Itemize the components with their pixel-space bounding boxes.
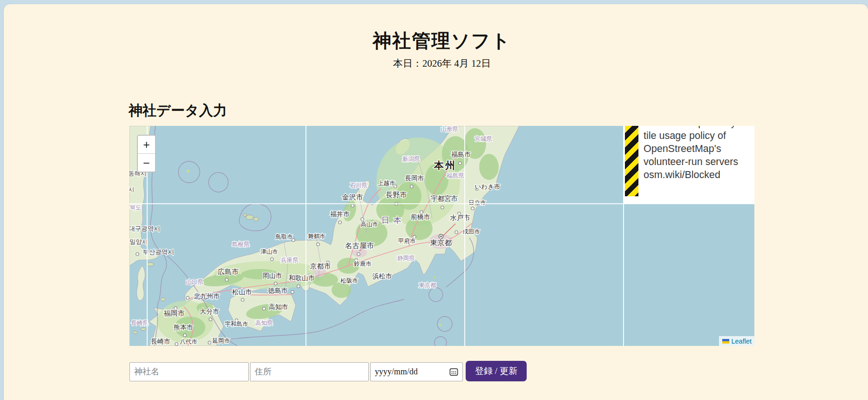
svg-text:本州: 本州: [434, 160, 456, 171]
svg-text:宇和島市: 宇和島市: [225, 321, 248, 327]
map-zoom-control: + −: [137, 135, 156, 172]
svg-text:시: 시: [129, 186, 135, 193]
blocked-line: OpenStreetMap's: [644, 142, 754, 155]
svg-text:徳島市: 徳島市: [268, 287, 288, 294]
svg-text:島根県: 島根県: [232, 241, 250, 248]
svg-text:鈴鹿市: 鈴鹿市: [353, 261, 372, 267]
svg-text:津山市: 津山市: [260, 248, 278, 255]
calendar-icon[interactable]: [449, 367, 459, 377]
leaflet-map[interactable]: 福島市長岡市上越市金沢市長野市宇都宮市いわき市日立市福井市高山市前橋市水戸市成田…: [129, 126, 754, 346]
page-title: 神社管理ソフト: [129, 28, 754, 54]
svg-text:밀양시: 밀양시: [130, 238, 148, 245]
svg-text:いわき市: いわき市: [475, 183, 501, 190]
date-input[interactable]: yyyy/mm/dd: [370, 362, 463, 381]
register-update-button[interactable]: 登録 / 更新: [466, 361, 527, 381]
svg-text:広島市: 広島市: [218, 268, 239, 276]
svg-text:日立市: 日立市: [468, 200, 486, 206]
hazard-stripe-icon: [625, 126, 638, 196]
leaflet-attribution-link[interactable]: Leaflet: [731, 338, 752, 345]
svg-text:福岡市: 福岡市: [164, 309, 185, 317]
svg-text:高山市: 高山市: [360, 221, 378, 228]
svg-text:福島県: 福島県: [446, 172, 464, 179]
svg-text:福島市: 福島市: [451, 151, 471, 158]
svg-text:福井市: 福井市: [330, 210, 350, 218]
blocked-line: tile usage policy of: [644, 129, 754, 142]
map-attribution: Leaflet: [719, 336, 754, 346]
svg-text:松山市: 松山市: [232, 288, 252, 296]
svg-text:山口県: 山口県: [186, 279, 203, 285]
svg-text:宇都宮市: 宇都宮市: [431, 195, 458, 202]
svg-text:대구광역시: 대구광역시: [129, 225, 160, 232]
svg-text:山形県: 山形県: [441, 126, 458, 132]
svg-text:水戸市: 水戸市: [450, 214, 470, 221]
svg-text:名古屋市: 名古屋市: [345, 241, 374, 249]
svg-text:高知県: 高知県: [255, 320, 273, 326]
svg-text:和歌山市: 和歌山市: [289, 274, 315, 282]
svg-text:東京都: 東京都: [419, 282, 436, 289]
osm-blocked-tile: referer is required by tile usage policy…: [624, 126, 754, 204]
zoom-in-button[interactable]: +: [138, 136, 155, 154]
blocked-line: referer is required by: [644, 126, 754, 129]
blocked-line: osm.wiki/Blocked: [644, 168, 754, 181]
svg-text:松阪市: 松阪市: [340, 277, 358, 284]
svg-text:長崎県: 長崎県: [131, 320, 149, 326]
main-content: 神社管理ソフト 本日：2026年 4月 12日 神社データ入力: [129, 0, 754, 400]
svg-text:新潟県: 新潟県: [402, 156, 420, 162]
svg-text:長野市: 長野市: [386, 191, 407, 199]
ukraine-flag-icon: [722, 339, 729, 344]
svg-text:熊本市: 熊本市: [174, 324, 193, 331]
address-input[interactable]: [250, 362, 369, 381]
shrine-name-input[interactable]: [129, 362, 249, 381]
date-input-value: yyyy/mm/dd: [375, 367, 449, 377]
svg-text:八代市: 八代市: [180, 338, 197, 345]
svg-text:부산광역시: 부산광역시: [142, 248, 174, 255]
svg-text:宮城県: 宮城県: [475, 136, 492, 142]
svg-text:日本: 日本: [381, 216, 406, 225]
svg-text:兵庫県: 兵庫県: [281, 257, 298, 263]
svg-text:長岡市: 長岡市: [405, 175, 424, 182]
svg-text:前橋市: 前橋市: [411, 213, 430, 221]
svg-text:上越市: 上越市: [378, 180, 395, 186]
svg-text:浜松市: 浜松市: [373, 272, 392, 280]
svg-text:高知市: 高知市: [269, 303, 288, 310]
svg-text:長崎市: 長崎市: [151, 338, 170, 345]
svg-text:岡山市: 岡山市: [263, 272, 282, 279]
svg-text:북도: 북도: [130, 204, 142, 211]
svg-text:成田市: 成田市: [462, 228, 480, 235]
svg-text:甲府市: 甲府市: [398, 238, 416, 244]
svg-text:金沢市: 金沢市: [342, 193, 363, 201]
svg-text:東京都: 東京都: [430, 239, 452, 247]
svg-text:静岡県: 静岡県: [397, 255, 415, 262]
zoom-out-button[interactable]: −: [138, 154, 155, 172]
svg-text:大分市: 大分市: [200, 308, 219, 315]
svg-text:石川県: 石川県: [350, 182, 367, 189]
svg-text:舞鶴市: 舞鶴市: [308, 233, 326, 240]
svg-text:延岡市: 延岡市: [212, 338, 230, 344]
blocked-line: volunteer-run servers: [644, 155, 754, 168]
svg-text:京都市: 京都市: [310, 262, 331, 270]
blocked-tile-text: referer is required by tile usage policy…: [644, 126, 754, 181]
today-date: 本日：2026年 4月 12日: [129, 57, 754, 70]
svg-text:北九州市: 北九州市: [194, 292, 220, 300]
svg-text:鳥取市: 鳥取市: [275, 234, 293, 240]
shrine-input-heading: 神社データ入力: [129, 101, 227, 120]
